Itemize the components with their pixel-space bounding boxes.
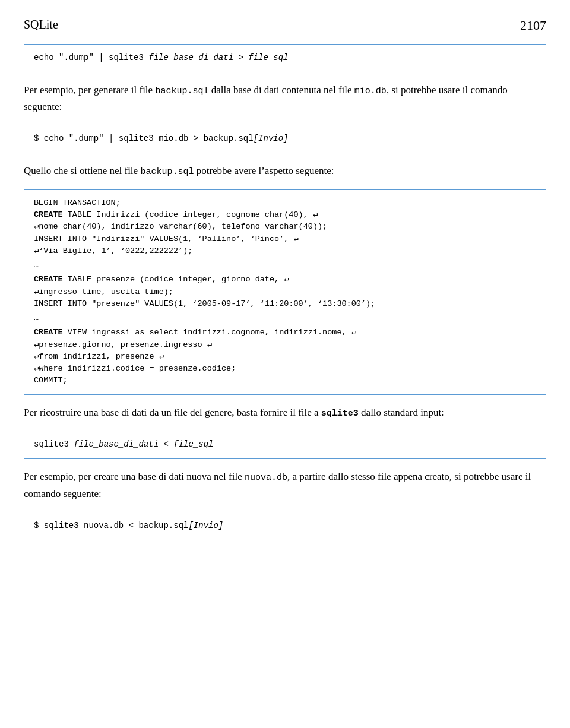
code-box-4: $ sqlite3 nuova.db < backup.sql[Invio]	[24, 512, 546, 540]
code-line: ↵presenze.giorno, presenze.ingresso ↵	[34, 339, 536, 351]
code-line: COMMIT;	[34, 375, 536, 387]
app-title: SQLite	[24, 18, 58, 31]
main-content: echo ".dump" | sqlite3 file_base_di_dati…	[24, 44, 546, 540]
code-line: $ sqlite3 nuova.db < backup.sql[Invio]	[34, 520, 536, 533]
paragraph-2: Quello che si ottiene nel file backup.sq…	[24, 163, 546, 180]
italic-param: file_sql	[173, 439, 213, 449]
italic-param: file_base_di_dati	[74, 439, 159, 449]
paragraph-3: Per ricostruire una base di dati da un f…	[24, 404, 546, 422]
code-line: echo ".dump" | sqlite3 file_base_di_dati…	[34, 52, 536, 65]
code-line: BEGIN TRANSACTION;	[34, 197, 536, 209]
paragraph-1: Per esempio, per generare il file backup…	[24, 82, 546, 116]
page-number: 2107	[520, 18, 546, 33]
inline-code: backup.sql	[155, 86, 208, 96]
invio-label: [Invio]	[188, 521, 223, 530]
paragraph-4: Per esempio, per creare una base di dati…	[24, 469, 546, 502]
code-line: ↵nome char(40), indirizzo varchar(60), t…	[34, 221, 536, 233]
code-line: INSERT INTO "presenze" VALUES(1, ‘2005-0…	[34, 298, 536, 310]
italic-param: file_base_di_dati	[148, 53, 233, 62]
invio-label: [Invio]	[254, 134, 289, 143]
italic-param: file_sql	[248, 53, 288, 62]
code-box-3: sqlite3 file_base_di_dati < file_sql	[24, 431, 546, 459]
inline-code: backup.sql	[140, 167, 194, 177]
inline-code-bold: sqlite3	[321, 409, 359, 419]
code-box-2: $ echo ".dump" | sqlite3 mio.db > backup…	[24, 125, 546, 153]
code-line: …	[34, 259, 536, 271]
code-line: sqlite3 file_base_di_dati < file_sql	[34, 438, 536, 451]
code-box-1: echo ".dump" | sqlite3 file_base_di_dati…	[24, 44, 546, 72]
code-line: ↵‘Via Biglie, 1’, ‘0222,222222’);	[34, 245, 536, 257]
code-line: …	[34, 312, 536, 324]
code-line: CREATE TABLE Indirizzi (codice integer, …	[34, 209, 536, 221]
code-line: INSERT INTO "Indirizzi" VALUES(1, ‘Palli…	[34, 233, 536, 245]
code-line: ↵from indirizzi, presenze ↵	[34, 351, 536, 363]
code-text: echo ".dump" | sqlite3 file_base_di_dati…	[34, 53, 289, 62]
code-line: CREATE VIEW ingressi as select indirizzi…	[34, 327, 536, 338]
inline-code: mio.db	[354, 86, 387, 96]
code-line: ↵ingresso time, uscita time);	[34, 286, 536, 298]
code-line: $ echo ".dump" | sqlite3 mio.db > backup…	[34, 132, 536, 145]
code-line: CREATE TABLE presenze (codice integer, g…	[34, 274, 536, 286]
code-block-main: BEGIN TRANSACTION; CREATE TABLE Indirizz…	[24, 189, 546, 395]
inline-code: nuova.db	[245, 473, 287, 483]
code-line: ↵where indirizzi.codice = presenze.codic…	[34, 363, 536, 375]
